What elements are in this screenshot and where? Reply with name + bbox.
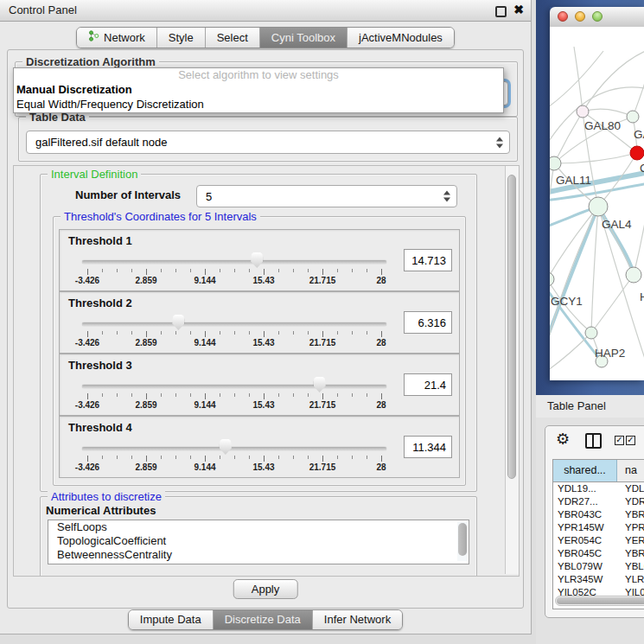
node-table: shared... na YDL19...YDL1YDR27...YDR2YBR… — [552, 459, 644, 609]
cell-name: YBR0 — [617, 508, 644, 521]
tab-discretize-data[interactable]: Discretize Data — [213, 610, 312, 629]
tick-mark — [87, 456, 88, 462]
network-edge[interactable] — [634, 213, 644, 275]
tick-mark — [87, 269, 88, 275]
table-row[interactable]: YDL19...YDL1 — [553, 482, 644, 495]
column-header-shared[interactable]: shared... — [553, 460, 617, 481]
table-row[interactable]: YPR145WYPR1 — [553, 521, 644, 534]
network-node[interactable] — [627, 111, 639, 123]
network-node[interactable] — [626, 267, 641, 283]
tab-select[interactable]: Select — [205, 28, 259, 48]
tab-cyni-toolbox[interactable]: Cyni Toolbox — [259, 28, 347, 48]
tab-infer-network[interactable]: Infer Network — [312, 610, 402, 629]
slider-thumb[interactable] — [251, 252, 263, 268]
network-node[interactable] — [630, 146, 644, 160]
tick-mark — [146, 269, 147, 275]
table-row[interactable]: YDR27...YDR2 — [553, 495, 644, 508]
table-row[interactable]: YBR043CYBR0 — [553, 508, 644, 521]
close-icon[interactable]: ✖ — [513, 3, 524, 16]
table-data-combobox[interactable]: galFiltered.sif default node — [26, 131, 510, 154]
tick-mark — [161, 456, 162, 459]
float-window-icon[interactable] — [495, 6, 507, 17]
table-hscrollbar-thumb[interactable] — [557, 597, 644, 604]
viewport-scrollbar-thumb[interactable] — [507, 175, 516, 479]
tick-label: -3.426 — [75, 276, 99, 285]
attribute-list-item[interactable]: TopologicalCoefficient — [48, 534, 469, 548]
threshold-value-input[interactable]: 14.713 — [404, 249, 452, 271]
table-horizontal-scrollbar[interactable] — [555, 596, 644, 606]
network-canvas[interactable]: GAL80GACGAL11GAL4GCY1HHAP2 — [550, 27, 644, 380]
cell-shared-name: YBL079W — [553, 560, 617, 573]
algorithm-option[interactable]: Manual Discretization — [14, 82, 503, 97]
tick-mark — [234, 331, 235, 335]
mac-zoom-icon[interactable] — [592, 11, 603, 22]
viewport-scrollbar[interactable] — [505, 166, 519, 574]
numerical-attributes-list[interactable]: SelfLoopsTopologicalCoefficientBetweenne… — [48, 520, 469, 564]
table-row[interactable]: YBR045CYBR0 — [553, 547, 644, 560]
network-node-label: GCY1 — [551, 295, 583, 308]
network-edge[interactable] — [550, 51, 603, 110]
threshold-value-input[interactable]: 11.344 — [404, 436, 452, 458]
cell-shared-name: YBR045C — [553, 547, 617, 560]
network-graph[interactable]: GAL80GACGAL11GAL4GCY1HHAP2 — [550, 27, 644, 380]
number-of-intervals-combobox[interactable]: 5 — [196, 185, 457, 207]
network-node[interactable] — [585, 327, 597, 339]
checkbox-icon[interactable]: ✓ — [626, 436, 635, 445]
checkbox-icon[interactable]: ✓ — [615, 436, 624, 445]
tick-mark — [278, 456, 279, 459]
table-row[interactable]: YLR345WYLR3 — [553, 573, 644, 586]
network-window-titlebar[interactable] — [550, 7, 644, 28]
network-node-label: GA — [634, 128, 644, 141]
cell-name: YBR0 — [617, 547, 644, 560]
tick-mark — [278, 393, 279, 397]
tick-mark — [249, 393, 250, 397]
tab-network[interactable]: Network — [77, 28, 156, 48]
attribute-list-item[interactable]: SelfLoops — [48, 520, 469, 534]
slider-thumb[interactable] — [172, 315, 184, 330]
tab-label: Style — [169, 31, 194, 45]
network-edge[interactable] — [554, 112, 583, 163]
network-edge[interactable] — [574, 47, 583, 112]
mac-minimize-icon[interactable] — [575, 11, 585, 22]
network-node[interactable] — [550, 156, 561, 170]
threshold-value-input[interactable]: 6.316 — [404, 311, 452, 334]
threshold-value-input[interactable]: 21.4 — [404, 373, 452, 396]
slider-thumb[interactable] — [220, 439, 232, 455]
interval-definition-title: Interval Definition — [48, 168, 141, 181]
tick-label: 15.43 — [252, 338, 274, 348]
network-edge[interactable] — [550, 333, 591, 373]
slider-track[interactable] — [82, 447, 386, 450]
attributes-scrollbar[interactable] — [457, 521, 468, 561]
tab-impute-data[interactable]: Impute Data — [129, 610, 213, 629]
network-edge[interactable] — [554, 153, 637, 163]
table-panel-card: ⚙ ✓ ✓ shared... na YDL19...YDL1YDR27...Y… — [545, 425, 644, 618]
tick-label: 2.859 — [135, 276, 156, 285]
slider-thumb[interactable] — [314, 377, 326, 392]
gear-icon[interactable]: ⚙ — [556, 430, 570, 449]
tick-mark — [381, 456, 382, 462]
slider-track[interactable] — [82, 260, 386, 264]
tab-jactivemnodules[interactable]: jActiveMNodules — [347, 28, 454, 48]
slider-track[interactable] — [82, 385, 386, 388]
network-node[interactable] — [550, 272, 554, 286]
attributes-scrollbar-thumb[interactable] — [458, 523, 467, 556]
split-view-icon[interactable] — [585, 433, 602, 449]
tick-label: 21.715 — [309, 338, 336, 348]
apply-button[interactable]: Apply — [233, 579, 298, 599]
network-node[interactable] — [577, 105, 589, 118]
algorithm-option[interactable]: Equal Width/Frequency Discretization — [14, 97, 503, 112]
tab-style[interactable]: Style — [156, 28, 205, 48]
tick-mark — [102, 331, 103, 335]
table-row[interactable]: YBL079WYBL0 — [553, 560, 644, 573]
slider-track[interactable] — [82, 322, 386, 326]
network-node-label: H — [640, 290, 644, 303]
network-edge[interactable] — [583, 49, 644, 112]
tick-mark — [87, 393, 88, 399]
mac-close-icon[interactable] — [558, 11, 568, 22]
network-node-label: HAP2 — [595, 347, 625, 360]
column-header-name[interactable]: na — [617, 460, 644, 481]
network-edge[interactable] — [583, 109, 633, 117]
attribute-list-item[interactable]: BetweennessCentrality — [48, 548, 469, 562]
network-node[interactable] — [589, 197, 608, 216]
table-row[interactable]: YER054CYER0 — [553, 534, 644, 547]
